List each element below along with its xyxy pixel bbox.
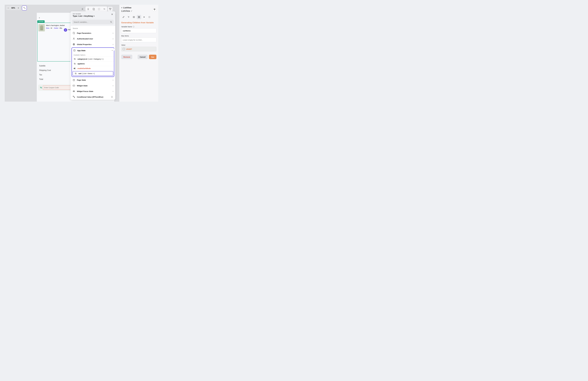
search-input[interactable] (74, 21, 110, 23)
hamburger-icon: ≡ (121, 7, 122, 9)
save-button[interactable]: Sav (149, 55, 156, 59)
source-list: Page Parameters › Authenticated User › G… (71, 30, 115, 100)
tab-style[interactable] (121, 15, 126, 19)
columns-icon (138, 16, 140, 18)
page-state-icon (72, 79, 75, 82)
source-app-state[interactable]: App State › (72, 48, 114, 53)
value-label: Value (121, 44, 156, 46)
diamond-button[interactable] (153, 7, 156, 11)
branch-icon (72, 95, 75, 98)
zoom-level: 80% (10, 7, 16, 9)
flow-gear-icon (109, 8, 111, 10)
doc-icon (148, 16, 150, 18)
svg-rect-10 (73, 32, 75, 34)
grid-button[interactable] (97, 7, 102, 11)
tablet-device-button[interactable] (91, 7, 96, 11)
svg-rect-27 (138, 16, 139, 18)
value-icon (123, 48, 125, 50)
search-icon (110, 21, 112, 23)
listview-tag: ListView (37, 20, 44, 23)
value-field[interactable]: UNSET (121, 47, 156, 51)
server-icon (133, 16, 135, 18)
page-params-icon (72, 32, 75, 34)
option-appitems[interactable]: appItems (72, 61, 114, 66)
chevron-down-icon: › (111, 50, 113, 51)
search-box[interactable] (72, 20, 114, 24)
back-icon[interactable]: ‹ (39, 16, 40, 19)
ai-assist-button[interactable] (22, 5, 27, 10)
max-items-input[interactable] (121, 38, 156, 42)
chevron-right-icon: › (113, 32, 113, 34)
option-enabledarkmode[interactable]: enableDarkMode (72, 66, 114, 71)
svg-rect-5 (98, 8, 100, 10)
app-state-options: categoryList ( List < Category > ) appIt… (72, 57, 114, 76)
diamond-icon (153, 8, 156, 10)
popup-title: Type: List < Anything > (73, 15, 95, 17)
option-cart[interactable]: cart ( List < items > ) (73, 71, 113, 76)
cursor-icon (127, 16, 130, 18)
edit-name-icon[interactable] (131, 10, 132, 12)
svg-point-8 (110, 9, 111, 10)
remove-button[interactable]: Remove (121, 55, 132, 59)
close-icon[interactable]: ✕ (111, 13, 113, 16)
source-page-state[interactable]: Page State › (71, 77, 115, 83)
zoom-in-button[interactable]: + (17, 6, 20, 10)
svg-rect-6 (109, 8, 110, 9)
light-mode-button[interactable] (80, 7, 85, 11)
tab-backend[interactable] (132, 15, 136, 19)
svg-point-9 (110, 21, 111, 22)
chevron-right-icon: › (113, 79, 113, 81)
generating-title: Generating Children from Variable (121, 21, 156, 24)
info-icon[interactable]: i (133, 26, 134, 27)
source-conditional[interactable]: Conditional Value (If/Then/Else) (71, 94, 115, 100)
max-items-label: Max Items (121, 35, 156, 37)
play-icon (143, 16, 145, 18)
sparkle-icon (23, 7, 26, 9)
builder-settings-button[interactable] (108, 7, 113, 11)
source-label: Source (71, 26, 115, 30)
text-size-button[interactable] (102, 7, 107, 11)
tab-animations[interactable] (142, 15, 147, 19)
tab-actions[interactable] (126, 15, 131, 19)
zoom-out-button[interactable]: − (6, 6, 10, 10)
cancel-button[interactable]: Cancel (138, 55, 147, 59)
source-auth-user[interactable]: Authenticated User › (71, 36, 115, 42)
popup-header: Set Variable Type: List < Anything > ✕ (71, 11, 115, 19)
tab-generate[interactable] (137, 15, 141, 19)
svg-rect-19 (73, 79, 75, 81)
zoom-group: − 80% + (6, 6, 21, 10)
svg-rect-29 (139, 16, 140, 18)
item-thumbnail (39, 24, 45, 31)
variable-name-input[interactable] (121, 28, 156, 33)
app-state-expanded: App State › Available Options categoryLi… (71, 47, 114, 77)
info-icon (110, 95, 113, 98)
svg-point-11 (74, 38, 74, 39)
breadcrumb[interactable]: ≡ ListView (121, 7, 156, 9)
source-global-props[interactable]: Global Properties › (71, 42, 115, 47)
list-icon (74, 58, 76, 60)
option-categorylist[interactable]: categoryList ( List < Category > ) (72, 57, 114, 61)
eye-icon (72, 90, 75, 93)
tablet-icon (93, 8, 95, 10)
svg-rect-7 (110, 8, 111, 9)
tab-more[interactable] (147, 15, 152, 19)
svg-rect-15 (74, 63, 75, 64)
available-options-label: Available Options (72, 53, 114, 57)
svg-rect-14 (74, 58, 75, 59)
chevron-right-icon: › (113, 43, 113, 46)
svg-rect-18 (75, 73, 76, 73)
phone-icon (87, 8, 89, 10)
source-widget-state[interactable]: Widget State › (71, 83, 115, 88)
chevron-right-icon: › (113, 85, 113, 87)
ruler-icon (123, 16, 125, 18)
source-page-parameters[interactable]: Page Parameters › (71, 30, 115, 36)
widget-name-row: ListView (121, 10, 156, 12)
grid-icon (98, 8, 100, 10)
source-widget-focus[interactable]: Widget Focus State › (71, 88, 115, 94)
widget-name: ListView (121, 10, 130, 12)
toggle-icon (74, 67, 76, 70)
mobile-device-button[interactable] (86, 7, 91, 11)
fab-plus-icon[interactable]: + (64, 28, 67, 32)
variable-name-label: Variable Name i (121, 26, 156, 28)
sun-icon (81, 8, 84, 10)
